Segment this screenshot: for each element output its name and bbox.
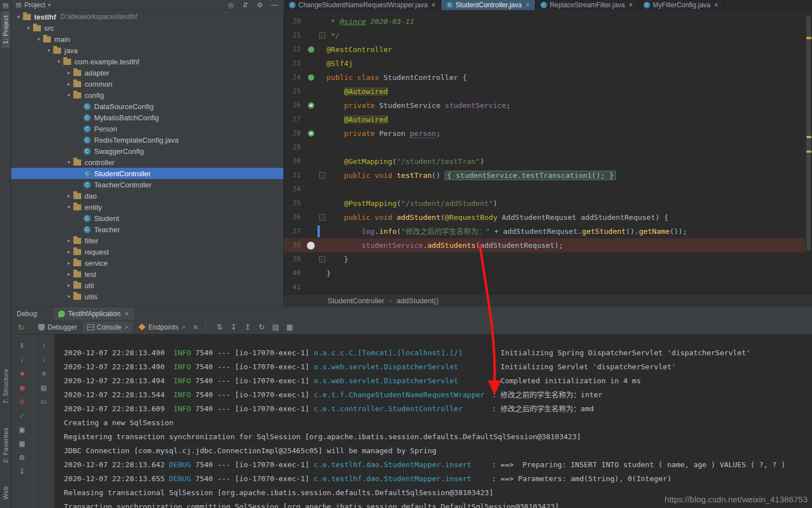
console-line[interactable]: Registering transaction synchronization … bbox=[64, 430, 809, 444]
tool-window-button-7-structure[interactable]: 7: Structure bbox=[1, 365, 10, 408]
tree-item-swaggerconfig[interactable]: CSwaggerConfig bbox=[11, 145, 283, 157]
settings-button[interactable]: ⚙ bbox=[256, 1, 264, 9]
code-line-22[interactable]: 22@RestController bbox=[284, 43, 805, 57]
bean-icon[interactable] bbox=[308, 74, 314, 81]
chevron-right-icon[interactable]: ▸ bbox=[65, 271, 73, 277]
error-stripe-mark-weak-2[interactable] bbox=[806, 150, 811, 153]
chevron-right-icon[interactable]: ▸ bbox=[65, 238, 73, 243]
tree-item-entity[interactable]: ▾entity bbox=[11, 201, 283, 213]
code-line-29[interactable]: 29 bbox=[284, 140, 805, 154]
stop-button[interactable]: ■ bbox=[17, 369, 27, 378]
chevron-down-icon[interactable]: ▾ bbox=[55, 59, 63, 64]
tree-item-test[interactable]: ▸test bbox=[11, 269, 283, 280]
tree-item-src[interactable]: ▾src bbox=[11, 22, 283, 34]
console-line[interactable]: 2020-12-07 22:28:13.609 INFO 7540 --- [i… bbox=[64, 402, 809, 416]
code-area[interactable]: 20 * @since 2020-03-1121- */22@RestContr… bbox=[284, 10, 805, 294]
console-options-button[interactable]: ≡ bbox=[39, 369, 49, 378]
tree-item-teachercontroller[interactable]: CTeacherController bbox=[11, 179, 283, 190]
tree-item-config[interactable]: ▾config bbox=[11, 90, 283, 101]
hide-window-button[interactable]: — bbox=[270, 1, 278, 9]
error-stripe-mark-warning[interactable] bbox=[806, 37, 811, 39]
tree-item-common[interactable]: ▸common bbox=[11, 78, 283, 90]
tree-item-testlhf[interactable]: ▾testlhfD:\ideaworkspaces\testlhf bbox=[11, 11, 283, 22]
tree-item-utils[interactable]: ▾utils bbox=[11, 291, 283, 302]
project-stripe-icon[interactable]: ▤ bbox=[3, 2, 8, 9]
tab-console[interactable]: Console↗ bbox=[83, 322, 133, 333]
code-line-25[interactable]: 25 @Autowired bbox=[284, 84, 805, 98]
layout-button[interactable]: ▦ bbox=[17, 439, 27, 448]
open-in-new-icon[interactable]: ↗ bbox=[124, 324, 129, 330]
autowired-icon[interactable] bbox=[308, 130, 314, 137]
breadcrumb-method[interactable]: addStudent() bbox=[396, 297, 438, 305]
chevron-down-icon[interactable]: ▾ bbox=[25, 25, 32, 31]
code-line-41[interactable]: 41 bbox=[284, 280, 805, 294]
chevron-down-icon[interactable]: ▾ bbox=[65, 159, 73, 165]
code-line-23[interactable]: 23@Slf4j bbox=[284, 57, 805, 70]
open-in-new-icon[interactable]: ↗ bbox=[181, 324, 186, 330]
sort-button[interactable]: ⇅ bbox=[214, 322, 225, 333]
code-line-27[interactable]: 27 @Autowired bbox=[284, 112, 805, 126]
chevron-right-icon[interactable]: ▸ bbox=[65, 283, 73, 288]
bean-icon[interactable] bbox=[308, 46, 314, 53]
diff-button[interactable]: ⇵ bbox=[241, 1, 249, 9]
tool-window-button-web[interactable]: Web bbox=[1, 482, 10, 504]
tree-item-service[interactable]: ▸service bbox=[11, 257, 283, 269]
tree-item-datasourceconfig[interactable]: CDataSourceConfig bbox=[11, 101, 283, 112]
view-breakpoints-button[interactable]: ◉ bbox=[17, 383, 27, 392]
chevron-right-icon[interactable]: ▸ bbox=[65, 81, 73, 87]
chevron-down-icon[interactable]: ▾ bbox=[65, 204, 73, 210]
scroll-to-end-button[interactable]: ↧ bbox=[228, 322, 239, 333]
tree-item-main[interactable]: ▾main bbox=[11, 34, 283, 45]
cycle-button[interactable]: ↻ bbox=[256, 322, 267, 333]
rerun-button[interactable]: ↻ bbox=[16, 322, 27, 333]
tree-item-adapter[interactable]: ▸adapter bbox=[11, 67, 283, 78]
code-line-38[interactable]: 38 studentService.addStudents(addStudent… bbox=[284, 238, 805, 252]
code-line-35[interactable]: 35 @PostMapping("/student/addStudent") bbox=[284, 196, 805, 210]
chevron-right-icon[interactable]: ▸ bbox=[65, 70, 73, 76]
console-line[interactable]: Creating a new SqlSession bbox=[64, 416, 809, 430]
presentation-button[interactable]: ◎ bbox=[227, 1, 235, 9]
evaluate-button[interactable]: ∕ bbox=[17, 411, 27, 420]
tree-item-teacher[interactable]: CTeacher bbox=[11, 224, 283, 235]
tree-item-java[interactable]: ▾java bbox=[11, 45, 283, 56]
editor-tab-studentcontroller-java[interactable]: CStudentController.java× bbox=[441, 0, 535, 10]
fold-marker-icon[interactable]: - bbox=[319, 214, 325, 220]
layout-menu-icon[interactable]: ≡ bbox=[190, 322, 201, 333]
jump-down-button[interactable]: ↓ bbox=[39, 355, 49, 364]
code-line-31[interactable]: 31- public void testTran() { studentServ… bbox=[284, 168, 805, 182]
tree-item-controller[interactable]: ▾controller bbox=[11, 157, 283, 168]
pin-grid-button[interactable]: ▦ bbox=[284, 322, 295, 333]
step-down-button[interactable]: ↓ bbox=[17, 355, 27, 364]
chevron-down-icon[interactable]: ▾ bbox=[65, 294, 73, 299]
tree-item-student[interactable]: CStudent bbox=[11, 213, 283, 224]
jump-up-button[interactable]: ↑ bbox=[39, 341, 49, 350]
project-view-selector[interactable]: ▤ Project ▾ bbox=[16, 1, 50, 9]
code-line-37[interactable]: 37 log.info("修改之后的学生名称为：" + addStudentRe… bbox=[284, 224, 805, 238]
restore-layout-button[interactable]: ▤ bbox=[270, 322, 281, 333]
code-line-20[interactable]: 20 * @since 2020-03-11 bbox=[284, 15, 805, 29]
fold-marker-icon[interactable]: - bbox=[319, 256, 325, 262]
tree-item-mybatisbatchconfig[interactable]: CMybatisBatchConfig bbox=[11, 112, 283, 123]
fold-marker-icon[interactable]: - bbox=[319, 32, 325, 39]
pause-button[interactable]: ‖ bbox=[17, 341, 27, 350]
tree-item-person[interactable]: CPerson bbox=[11, 123, 283, 134]
tool-window-button-1-project[interactable]: 1: Project bbox=[1, 11, 10, 48]
console-output[interactable]: 2020-12-07 22:28:13.490 INFO 7540 --- [i… bbox=[55, 335, 812, 508]
tool-window-button-2-favorites[interactable]: 2: Favorites bbox=[1, 424, 10, 467]
console-line[interactable]: 2020-12-07 22:28:13.544 INFO 7540 --- [i… bbox=[64, 388, 809, 402]
code-line-21[interactable]: 21- */ bbox=[284, 29, 805, 43]
run-configuration-tab[interactable]: TestlhfApplication × bbox=[53, 307, 134, 320]
mute-breakpoints-button[interactable]: ⊘ bbox=[17, 397, 27, 406]
editor-tab-changestudentnamerequestwrapper-java[interactable]: CChangeStudentNameRequestWrapper.java× bbox=[284, 0, 441, 10]
code-line-40[interactable]: 40} bbox=[284, 266, 805, 280]
console-line[interactable]: JDBC Connection [com.mysql.cj.jdbc.Conne… bbox=[64, 444, 809, 458]
console-line[interactable]: 2020-12-07 22:28:13.494 INFO 7540 --- [i… bbox=[64, 374, 809, 388]
breakpoint-icon[interactable] bbox=[307, 242, 315, 250]
close-icon[interactable]: × bbox=[629, 1, 633, 9]
tree-item-redistemplateconfig-java[interactable]: CRedisTemplateConfig.java bbox=[11, 134, 283, 145]
close-icon[interactable]: × bbox=[125, 310, 129, 318]
editor-tab-replacestreamfilter-java[interactable]: CReplaceStreamFilter.java× bbox=[535, 0, 638, 10]
code-line-36[interactable]: 36- public void addStudent(@RequestBody … bbox=[284, 210, 805, 224]
fold-marker-icon[interactable]: - bbox=[319, 172, 325, 178]
console-line[interactable]: 2020-12-07 22:28:13.642 DEBUG 7540 --- [… bbox=[64, 458, 809, 472]
